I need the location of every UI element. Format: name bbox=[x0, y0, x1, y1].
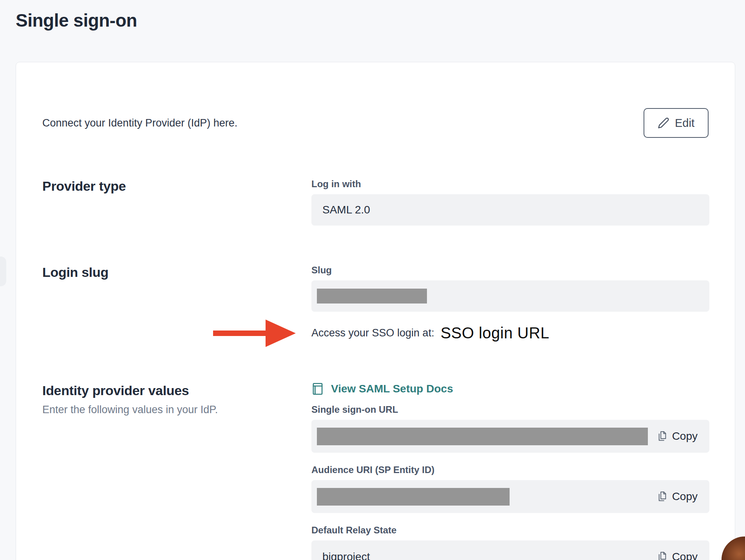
relay-state-label: Default Relay State bbox=[311, 525, 709, 536]
provider-type-field: SAML 2.0 bbox=[311, 194, 709, 226]
book-icon bbox=[311, 382, 324, 396]
login-slug-heading: Login slug bbox=[42, 265, 311, 280]
slug-field bbox=[311, 280, 709, 312]
copy-audience-uri-button[interactable]: Copy bbox=[657, 490, 698, 503]
audience-uri-label: Audience URI (SP Entity ID) bbox=[311, 464, 709, 475]
copy-icon bbox=[657, 551, 667, 560]
intro-row: Connect your Identity Provider (IdP) her… bbox=[42, 108, 709, 138]
sso-url-field: Copy bbox=[311, 420, 709, 453]
slug-label: Slug bbox=[311, 265, 709, 276]
page-title: Single sign-on bbox=[16, 9, 745, 32]
login-with-label: Log in with bbox=[311, 179, 709, 190]
sso-url-label: Single sign-on URL bbox=[311, 404, 709, 415]
edit-button-label: Edit bbox=[675, 117, 694, 130]
copy-label: Copy bbox=[672, 490, 698, 503]
copy-icon bbox=[657, 491, 667, 502]
side-drawer-handle[interactable] bbox=[0, 257, 6, 286]
login-slug-section: Login slug Slug Access your SSO login at… bbox=[42, 265, 709, 342]
access-login-text: Access your SSO login at: bbox=[311, 327, 434, 339]
sso-url-group: Single sign-on URL Copy bbox=[311, 404, 709, 453]
slug-redacted-value bbox=[317, 289, 427, 303]
relay-state-field: bigproject Copy bbox=[311, 540, 709, 560]
provider-type-heading: Provider type bbox=[42, 179, 311, 194]
edit-button[interactable]: Edit bbox=[644, 108, 709, 138]
sso-url-redacted-value bbox=[317, 428, 648, 445]
idp-values-section: Identity provider values Enter the follo… bbox=[42, 383, 709, 560]
audience-uri-group: Audience URI (SP Entity ID) Copy bbox=[311, 464, 709, 513]
pencil-icon bbox=[658, 117, 669, 129]
copy-label: Copy bbox=[672, 430, 698, 443]
relay-state-value: bigproject bbox=[322, 551, 370, 560]
copy-relay-state-button[interactable]: Copy bbox=[657, 551, 698, 560]
audience-uri-redacted-value bbox=[317, 488, 510, 506]
copy-sso-url-button[interactable]: Copy bbox=[657, 430, 698, 443]
sso-login-url-text: SSO login URL bbox=[441, 324, 550, 342]
idp-values-heading: Identity provider values bbox=[42, 383, 311, 398]
saml-docs-link[interactable]: View SAML Setup Docs bbox=[311, 382, 453, 396]
relay-state-group: Default Relay State bigproject Copy bbox=[311, 525, 709, 560]
provider-type-value: SAML 2.0 bbox=[322, 204, 370, 216]
copy-icon bbox=[657, 430, 667, 442]
access-login-line: Access your SSO login at: SSO login URL bbox=[311, 324, 709, 342]
idp-values-subheading: Enter the following values in your IdP. bbox=[42, 404, 311, 416]
intro-text: Connect your Identity Provider (IdP) her… bbox=[42, 117, 237, 129]
provider-type-section: Provider type Log in with SAML 2.0 bbox=[42, 179, 709, 226]
sso-settings-card: Connect your Identity Provider (IdP) her… bbox=[16, 62, 735, 560]
audience-uri-field: Copy bbox=[311, 480, 709, 513]
copy-label: Copy bbox=[672, 551, 698, 560]
saml-docs-link-label: View SAML Setup Docs bbox=[331, 383, 453, 395]
red-arrow-annotation bbox=[213, 320, 296, 347]
